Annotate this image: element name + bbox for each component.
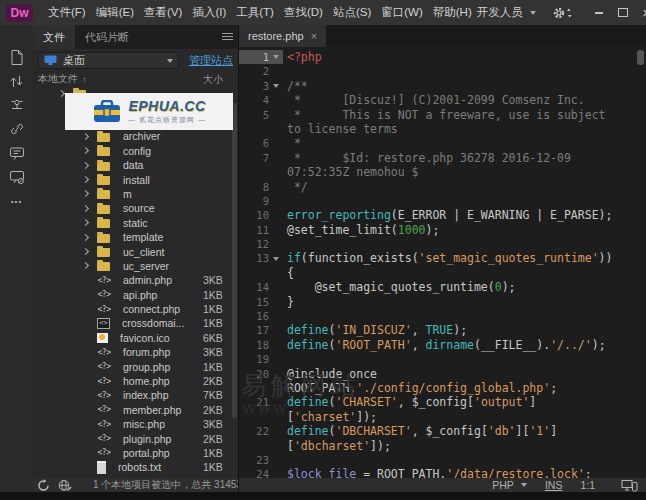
tab-close-icon[interactable]: × <box>311 30 317 42</box>
folder-row-uc_client[interactable]: uc_client <box>33 244 232 258</box>
file-row-group.php[interactable]: <?>group.php1KB <box>33 359 232 373</box>
expand-arrow-icon[interactable] <box>81 235 97 240</box>
new-file-icon[interactable] <box>4 45 30 69</box>
file-row-plugin.php[interactable]: <?>plugin.php2KB <box>33 431 232 445</box>
sync-files-icon[interactable] <box>4 69 30 93</box>
menu-item-9[interactable]: 帮助(H) <box>429 0 476 25</box>
folder-icon <box>97 147 110 156</box>
expand-arrow-icon[interactable] <box>81 177 97 182</box>
file-size: 1KB <box>203 461 223 473</box>
menu-item-8[interactable]: 窗口(W) <box>377 0 427 25</box>
line-gutter <box>239 266 283 280</box>
language-selector[interactable]: PHP <box>492 479 527 491</box>
expand-arrow-icon[interactable] <box>81 148 97 153</box>
files-scrollbar[interactable] <box>232 103 237 418</box>
code-text: ['dbcharset']); <box>287 439 391 453</box>
file-row-misc.php[interactable]: <?>misc.php3KB <box>33 417 232 431</box>
file-row-crossdomai...[interactable]: <>crossdomai...1KB <box>33 316 232 330</box>
file-row-member.php[interactable]: <?>member.php2KB <box>33 403 232 417</box>
folder-row-config[interactable]: config <box>33 144 232 158</box>
more-options-icon[interactable]: ••• <box>4 189 30 213</box>
line-gutter: 4 <box>239 93 283 107</box>
file-row-robots.txt[interactable]: robots.txt1KB <box>33 460 232 474</box>
fold-arrow-icon[interactable] <box>269 84 283 88</box>
folder-name: data <box>123 159 143 171</box>
folder-row-uc_server[interactable]: uc_server <box>33 259 232 273</box>
fold-arrow-icon[interactable] <box>269 257 283 261</box>
menu-item-3[interactable]: 查看(V) <box>140 0 186 25</box>
workspace-switcher[interactable]: 开发人员 <box>477 5 536 20</box>
code-token: define <box>287 323 329 337</box>
file-row-api.php[interactable]: <?>api.php1KB <box>33 287 232 301</box>
folder-row-template[interactable]: template <box>33 230 232 244</box>
file-row-forum.php[interactable]: <?>forum.php3KB <box>33 345 232 359</box>
folder-name: source <box>123 202 155 214</box>
folder-row-m[interactable]: m <box>33 187 232 201</box>
file-row-home.php[interactable]: <?>home.php2KB <box>33 374 232 388</box>
refresh-icon[interactable] <box>37 479 50 492</box>
expand-arrow-icon[interactable] <box>81 220 97 225</box>
line-gutter: 13 <box>239 251 283 265</box>
maximize-icon[interactable] <box>611 4 635 22</box>
site-selector[interactable]: 桌面 <box>38 52 179 69</box>
panel-tab-2[interactable]: 代码片断 <box>75 25 139 49</box>
comments-off-icon[interactable] <box>4 165 30 189</box>
folder-row-static[interactable]: static <box>33 216 232 230</box>
menu-item-1[interactable]: 文件(F) <box>44 0 90 25</box>
line-gutter: 23 <box>239 453 283 467</box>
menu-item-5[interactable]: 工具(T) <box>232 0 278 25</box>
code-token: 'set_magic_quotes_runtime' <box>419 251 599 265</box>
menu-item-6[interactable]: 查找(D) <box>280 0 327 25</box>
editor-tab-restore-php[interactable]: restore.php × <box>239 25 326 47</box>
menu-item-7[interactable]: 站点(S) <box>329 0 375 25</box>
code-line-wrap: { <box>239 266 646 280</box>
file-row-favicon.ico[interactable]: favicon.ico6KB <box>33 331 232 345</box>
expand-arrow-icon[interactable] <box>81 263 97 268</box>
expand-arrow-icon[interactable] <box>81 249 97 254</box>
minimize-icon[interactable] <box>587 4 611 22</box>
expand-arrow-icon[interactable] <box>81 163 97 168</box>
size-column[interactable]: 大小 <box>203 73 223 87</box>
menu-item-4[interactable]: 插入(I) <box>188 0 230 25</box>
site-preview-icon[interactable] <box>58 479 73 492</box>
fold-arrow-icon[interactable] <box>269 55 283 59</box>
comments-icon[interactable] <box>4 141 30 165</box>
code-area[interactable]: 易解网站 WWW 1<?php23/**4 * [Discuz!] (C)200… <box>239 47 646 478</box>
file-row-connect.php[interactable]: <?>connect.php1KB <box>33 302 232 316</box>
extract-icon[interactable] <box>4 93 30 117</box>
menu-item-2[interactable]: 编辑(E) <box>92 0 138 25</box>
panel-tab-1[interactable]: 文件 <box>33 25 75 49</box>
file-row-admin.php[interactable]: <?>admin.php3KB <box>33 273 232 287</box>
folder-row-install[interactable]: install <box>33 172 232 186</box>
folder-row-source[interactable]: source <box>33 201 232 215</box>
code-token: 1000 <box>398 223 426 237</box>
code-token: 'dbcharset' <box>294 439 370 453</box>
expand-arrow-icon[interactable] <box>81 206 97 211</box>
code-token: 'db' <box>488 424 516 438</box>
code-token: , <box>412 338 426 352</box>
expand-arrow-icon[interactable] <box>81 191 97 196</box>
code-token: * <box>287 136 301 150</box>
device-preview-icon[interactable] <box>621 479 638 492</box>
folder-row-data[interactable]: data <box>33 158 232 172</box>
manage-sites-link[interactable]: 管理站点 <box>189 53 233 68</box>
settings-gear-icon[interactable] <box>552 6 573 20</box>
code-line-6: 6 * <box>239 136 646 150</box>
code-link-icon[interactable] <box>4 117 30 141</box>
local-files-column[interactable]: 本地文件 <box>38 72 78 86</box>
panel-menu-icon[interactable] <box>222 33 233 42</box>
expand-arrow-icon[interactable] <box>81 134 97 139</box>
file-name: home.php <box>123 375 170 387</box>
folder-icon <box>97 190 110 199</box>
code-token: if <box>287 251 301 265</box>
editor-tab-title: restore.php <box>248 30 304 42</box>
file-name: group.php <box>123 361 170 373</box>
file-row-portal.php[interactable]: <?>portal.php1KB <box>33 446 232 460</box>
insert-mode-indicator[interactable]: INS <box>545 479 563 491</box>
file-row-index.php[interactable]: <?>index.php7KB <box>33 388 232 402</box>
code-line-4: 4 * [Discuz!] (C)2001-2099 Comsenz Inc. <box>239 93 646 107</box>
close-icon[interactable] <box>635 4 646 22</box>
dreamweaver-window: Dw 文件(F)编辑(E)查看(V)插入(I)工具(T)查找(D)站点(S)窗口… <box>0 0 646 500</box>
folder-row-archiver[interactable]: archiver <box>33 129 232 143</box>
editor-scrollbar[interactable] <box>637 50 644 65</box>
